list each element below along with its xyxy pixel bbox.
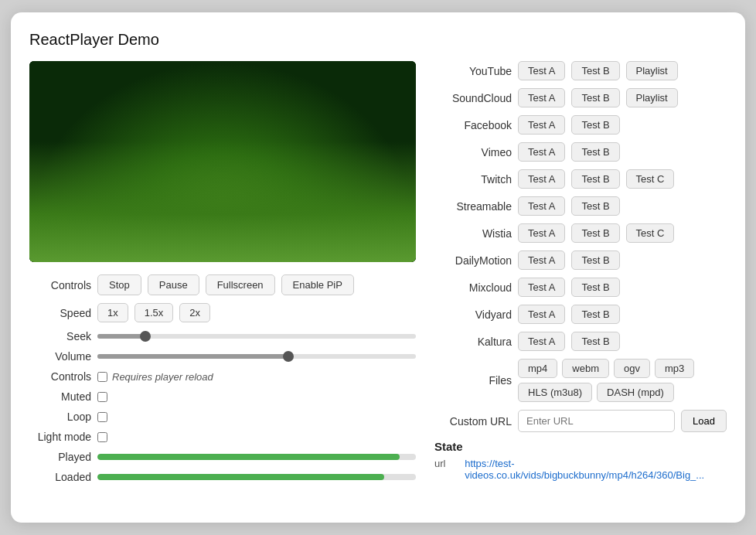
twitch-button-test-a[interactable]: Test A xyxy=(518,169,565,189)
controls-checkbox[interactable] xyxy=(97,372,107,382)
left-panel: Controls Stop Pause Fullscreen Enable Pi… xyxy=(29,61,416,491)
muted-checkbox[interactable] xyxy=(97,392,107,402)
file-button-hls--m3u8-[interactable]: HLS (m3u8) xyxy=(518,383,592,402)
loop-row: Loop xyxy=(29,411,416,423)
load-button[interactable]: Load xyxy=(681,410,727,432)
streamable-button-test-b[interactable]: Test B xyxy=(571,196,619,216)
twitch-button-test-c[interactable]: Test C xyxy=(626,169,675,189)
media-row-dailymotion: DailyMotionTest ATest B xyxy=(434,250,727,270)
controls-checkbox-label: Controls xyxy=(29,370,91,383)
kaltura-button-test-b[interactable]: Test B xyxy=(571,332,619,351)
loaded-label: Loaded xyxy=(29,471,91,483)
video-container xyxy=(29,61,416,262)
state-url-key: url xyxy=(434,458,455,481)
file-button-dash--mpd-[interactable]: DASH (mpd) xyxy=(597,383,674,402)
vimeo-button-test-a[interactable]: Test A xyxy=(518,142,565,162)
dailymotion-button-test-a[interactable]: Test A xyxy=(518,250,565,270)
soundcloud-button-playlist[interactable]: Playlist xyxy=(626,88,678,107)
mixcloud-button-test-b[interactable]: Test B xyxy=(571,278,619,297)
speed-row: Speed 1x 1.5x 2x xyxy=(29,303,416,322)
video-placeholder xyxy=(29,61,416,262)
streamable-button-test-a[interactable]: Test A xyxy=(518,196,565,216)
pause-button[interactable]: Pause xyxy=(148,274,199,295)
enable-pip-button[interactable]: Enable PiP xyxy=(281,274,354,295)
fullscreen-button[interactable]: Fullscreen xyxy=(206,274,275,295)
media-row-soundcloud: SoundCloudTest ATest BPlaylist xyxy=(434,88,727,107)
media-label-twitch: Twitch xyxy=(434,173,512,186)
controls-row: Controls Stop Pause Fullscreen Enable Pi… xyxy=(29,274,416,295)
media-label-wistia: Wistia xyxy=(434,227,512,240)
media-row-facebook: FacebookTest ATest B xyxy=(434,115,727,135)
soundcloud-button-test-a[interactable]: Test A xyxy=(518,88,565,107)
files-buttons-container: mp4webmogvmp3HLS (m3u8)DASH (mpd) xyxy=(518,359,727,402)
media-row-wistia: WistiaTest ATest BTest C xyxy=(434,223,727,243)
light-mode-label: Light mode xyxy=(29,431,91,443)
loaded-row: Loaded xyxy=(29,471,416,483)
main-card: ReactPlayer Demo Controls Stop Pause Ful… xyxy=(11,12,745,523)
media-label-vimeo: Vimeo xyxy=(434,146,512,158)
speed-label: Speed xyxy=(29,307,91,319)
media-row-streamable: StreamableTest ATest B xyxy=(434,196,727,216)
wistia-button-test-b[interactable]: Test B xyxy=(571,223,619,243)
state-title: State xyxy=(434,440,727,453)
speed-1.5x-button[interactable]: 1.5x xyxy=(135,303,174,322)
controls-label: Controls xyxy=(29,279,91,291)
youtube-button-playlist[interactable]: Playlist xyxy=(626,61,678,80)
vidyard-button-test-a[interactable]: Test A xyxy=(518,305,565,324)
youtube-button-test-a[interactable]: Test A xyxy=(518,61,565,80)
state-url-value: https://test-videos.co.uk/vids/bigbuckbu… xyxy=(465,458,727,481)
custom-url-row: Custom URL Load xyxy=(434,410,727,432)
wistia-button-test-c[interactable]: Test C xyxy=(626,223,675,243)
state-section: State url https://test-videos.co.uk/vids… xyxy=(434,440,727,481)
loop-label: Loop xyxy=(29,411,91,423)
media-label-dailymotion: DailyMotion xyxy=(434,254,512,267)
light-mode-checkbox[interactable] xyxy=(97,432,107,442)
media-label-streamable: Streamable xyxy=(434,200,512,213)
played-label: Played xyxy=(29,451,91,463)
media-label-soundcloud: SoundCloud xyxy=(434,92,512,104)
played-progress xyxy=(97,454,416,460)
facebook-button-test-a[interactable]: Test A xyxy=(518,115,565,135)
media-sources: YouTubeTest ATest BPlaylistSoundCloudTes… xyxy=(434,61,727,402)
soundcloud-button-test-b[interactable]: Test B xyxy=(571,88,619,107)
seek-slider[interactable] xyxy=(97,334,416,339)
speed-1x-button[interactable]: 1x xyxy=(97,303,128,322)
media-row-twitch: TwitchTest ATest BTest C xyxy=(434,169,727,189)
vidyard-button-test-b[interactable]: Test B xyxy=(571,305,619,324)
file-button-ogv[interactable]: ogv xyxy=(614,359,650,378)
media-label-files: Files xyxy=(434,374,512,387)
wistia-button-test-a[interactable]: Test A xyxy=(518,223,565,243)
seek-row: Seek xyxy=(29,330,416,342)
kaltura-button-test-a[interactable]: Test A xyxy=(518,332,565,351)
speed-2x-button[interactable]: 2x xyxy=(179,303,210,322)
file-button-mp3[interactable]: mp3 xyxy=(655,359,694,378)
media-row-vimeo: VimeoTest ATest B xyxy=(434,142,727,162)
media-label-vidyard: Vidyard xyxy=(434,308,512,321)
vimeo-button-test-b[interactable]: Test B xyxy=(571,142,619,162)
media-label-mixcloud: Mixcloud xyxy=(434,281,512,294)
controls-checkbox-row: Controls Requires player reload xyxy=(29,370,416,383)
volume-slider[interactable] xyxy=(97,354,416,359)
custom-url-label: Custom URL xyxy=(434,415,512,428)
controls-checkbox-container[interactable]: Requires player reload xyxy=(97,371,213,383)
twitch-button-test-b[interactable]: Test B xyxy=(571,169,619,189)
facebook-button-test-b[interactable]: Test B xyxy=(571,115,619,135)
stop-button[interactable]: Stop xyxy=(97,274,141,295)
mixcloud-button-test-a[interactable]: Test A xyxy=(518,278,565,297)
media-row-youtube: YouTubeTest ATest BPlaylist xyxy=(434,61,727,80)
media-row-vidyard: VidyardTest ATest B xyxy=(434,305,727,324)
media-row-mixcloud: MixcloudTest ATest B xyxy=(434,278,727,297)
file-button-mp4[interactable]: mp4 xyxy=(518,359,557,378)
state-row: url https://test-videos.co.uk/vids/bigbu… xyxy=(434,458,727,481)
dailymotion-button-test-b[interactable]: Test B xyxy=(571,250,619,270)
file-button-webm[interactable]: webm xyxy=(562,359,609,378)
light-mode-row: Light mode xyxy=(29,431,416,443)
youtube-button-test-b[interactable]: Test B xyxy=(571,61,619,80)
main-content: Controls Stop Pause Fullscreen Enable Pi… xyxy=(29,61,727,491)
loop-checkbox[interactable] xyxy=(97,412,107,422)
media-row-files: Filesmp4webmogvmp3HLS (m3u8)DASH (mpd) xyxy=(434,359,727,402)
custom-url-input[interactable] xyxy=(518,410,675,432)
media-label-youtube: YouTube xyxy=(434,65,512,77)
played-row: Played xyxy=(29,451,416,463)
media-row-kaltura: KalturaTest ATest B xyxy=(434,332,727,351)
